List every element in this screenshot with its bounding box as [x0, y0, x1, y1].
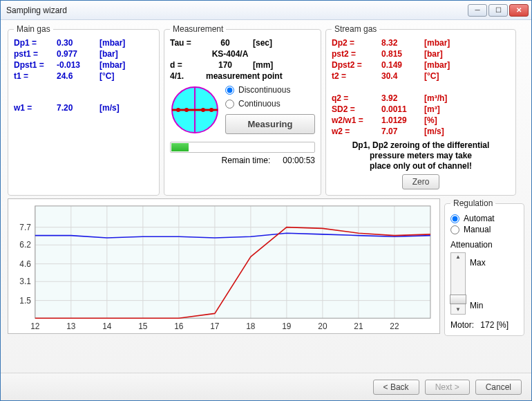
mode-continuous-radio[interactable]	[225, 100, 234, 109]
stream-gas-unit: [m³/h]	[424, 93, 466, 103]
svg-text:3.1: 3.1	[19, 277, 31, 286]
stream-gas-unit: [mbar]	[424, 60, 466, 70]
mode-discontinuous[interactable]: Discontinuous	[225, 85, 315, 95]
stream-gas-unit: [m³]	[424, 104, 466, 114]
stream-gas-key: w2 =	[332, 127, 381, 136]
stream-gas-unit: [m/s]	[424, 127, 466, 136]
svg-text:16: 16	[174, 321, 184, 331]
svg-text:6.2: 6.2	[19, 240, 30, 250]
svg-point-5	[184, 108, 189, 112]
svg-text:21: 21	[354, 321, 363, 331]
svg-text:14: 14	[102, 321, 112, 331]
regulation-manual-radio[interactable]	[450, 225, 459, 234]
slider-down-icon[interactable]: ▼	[455, 307, 461, 313]
d-unit: [mm]	[253, 60, 290, 70]
svg-text:20: 20	[318, 321, 327, 331]
stream-gas-legend: Stream gas	[332, 24, 379, 34]
svg-text:12: 12	[30, 321, 39, 331]
close-button[interactable]: ✕	[509, 4, 529, 17]
stream-gas-key: Dp2 =	[332, 38, 381, 48]
motor-label: Motor:	[450, 320, 474, 330]
d-value: 170	[206, 60, 245, 70]
main-gas-unit: [m/s]	[99, 103, 141, 113]
svg-text:13: 13	[66, 321, 76, 331]
next-button[interactable]: Next >	[425, 380, 470, 395]
point-text: measurement point	[206, 71, 290, 81]
cancel-button[interactable]: Cancel	[475, 380, 522, 395]
svg-point-6	[201, 108, 205, 112]
stream-gas-val: 3.92	[381, 93, 424, 103]
stream-gas-key: w2/w1 =	[332, 115, 381, 125]
svg-text:18: 18	[246, 321, 256, 331]
stream-gas-val: 1.0129	[381, 115, 424, 125]
svg-point-4	[176, 108, 180, 112]
svg-text:19: 19	[282, 321, 292, 331]
tau-label: Tau =	[170, 38, 206, 48]
stream-gas-val: 30.4	[381, 71, 424, 81]
stream-gas-unit: [%]	[424, 115, 466, 125]
measurement-panel: Measurement Tau = 60 [sec] KS-404/A d = …	[164, 24, 321, 196]
main-gas-val: 7.20	[57, 103, 99, 113]
regulation-automat[interactable]: Automat	[450, 214, 518, 223]
attenuation-label: Attenuation	[450, 240, 518, 250]
regulation-automat-radio[interactable]	[450, 214, 459, 223]
stream-gas-unit: [mbar]	[424, 38, 466, 48]
measuring-button[interactable]: Measuring	[225, 114, 315, 134]
stream-gas-val: 7.07	[381, 127, 424, 136]
stream-gas-unit: [°C]	[424, 71, 466, 81]
svg-text:22: 22	[390, 321, 399, 331]
main-gas-legend: Main gas	[14, 24, 53, 34]
slider-thumb[interactable]	[450, 295, 466, 304]
slider-up-icon[interactable]: ▲	[455, 254, 461, 260]
measurement-legend: Measurement	[170, 24, 226, 34]
svg-rect-8	[35, 206, 430, 318]
main-gas-val: 0.977	[57, 49, 99, 59]
stream-gas-key: t2 =	[332, 71, 381, 81]
stream-gas-unit: [bar]	[424, 49, 466, 59]
tau-value: 60	[206, 38, 245, 48]
zero-button[interactable]: Zero	[402, 174, 440, 189]
stream-gas-val: 0.815	[381, 49, 424, 59]
main-gas-key: pst1 =	[14, 49, 57, 59]
maximize-button[interactable]: ☐	[488, 4, 508, 17]
mode-discontinuous-radio[interactable]	[225, 86, 234, 95]
main-gas-key: t1 =	[14, 71, 57, 81]
main-gas-key: Dp1 =	[14, 38, 57, 48]
d-label: d =	[170, 60, 206, 70]
window-title: Sampling wizard	[6, 6, 468, 15]
main-gas-key: w1 =	[14, 103, 57, 113]
ks-code: KS-404/A	[170, 49, 290, 59]
motor-unit: [%]	[497, 320, 509, 330]
svg-text:7.7: 7.7	[19, 223, 30, 232]
zero-warning: Dp1, Dp2 zeroing of the differentialpres…	[332, 140, 510, 171]
mode-continuous[interactable]: Continuous	[225, 99, 315, 109]
tau-unit: [sec]	[253, 38, 290, 48]
svg-point-7	[209, 108, 213, 112]
main-gas-key: Dpst1 =	[14, 60, 57, 70]
remain-label: Remain time:	[222, 156, 271, 165]
svg-text:1.5: 1.5	[19, 296, 31, 306]
attenuation-slider[interactable]: ▲ ▼	[450, 252, 466, 315]
back-button[interactable]: < Back	[373, 380, 419, 395]
trend-chart: 12131415161718192021221.53.14.66.27.7	[8, 198, 440, 334]
svg-text:15: 15	[138, 321, 148, 331]
remain-value: 00:00:53	[283, 156, 315, 165]
minimize-button[interactable]: ─	[468, 4, 487, 17]
svg-text:17: 17	[210, 321, 219, 331]
point-index: 4/1.	[170, 71, 206, 81]
stream-gas-val: 0.0011	[381, 104, 424, 114]
stream-gas-val: 0.149	[381, 60, 424, 70]
motor-value: 172	[480, 320, 494, 330]
regulation-panel: Regulation Automat Manual Attenuation	[444, 198, 524, 336]
main-gas-unit: [°C]	[99, 71, 141, 81]
main-gas-panel: Main gas Dp1 =0.30[mbar]pst1 =0.977[bar]…	[8, 24, 160, 196]
stream-gas-key: SD2 =	[332, 104, 381, 114]
stream-gas-key: pst2 =	[332, 49, 381, 59]
stream-gas-key: Dpst2 =	[332, 60, 381, 70]
slider-min-label: Min	[470, 301, 486, 310]
regulation-manual[interactable]: Manual	[450, 225, 518, 234]
main-gas-unit: [bar]	[99, 49, 141, 59]
main-gas-val: 24.6	[57, 71, 99, 81]
main-gas-unit: [mbar]	[99, 38, 141, 48]
stream-gas-val: 8.32	[381, 38, 424, 48]
